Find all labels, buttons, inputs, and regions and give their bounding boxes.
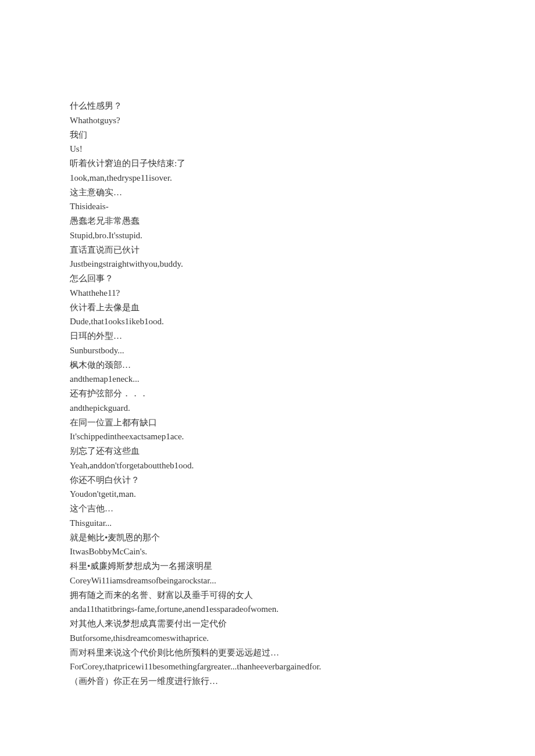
text-line: 日珥的外型… <box>70 329 465 343</box>
text-line: 什么性感男？ <box>70 99 465 113</box>
text-line: Dude,that1ooks1ikeb1ood. <box>70 314 465 329</box>
text-line: 1ook,man,thedryspe11isover. <box>70 171 465 185</box>
text-line: 还有护弦部分．．． <box>70 386 465 401</box>
text-line: Youdon'tgetit,man. <box>70 487 465 501</box>
text-line: 伙计看上去像是血 <box>70 300 465 315</box>
text-line: andthepickguard. <box>70 401 465 415</box>
document-page: 什么性感男？Whathotguys?我们Us!听着伙计窘迫的日子快结束:了1oo… <box>0 0 535 747</box>
text-line: 别忘了还有这些血 <box>70 444 465 458</box>
text-line: 你还不明白伙计？ <box>70 473 465 488</box>
text-line: （画外音）你正在另一维度进行旅行… <box>70 674 465 689</box>
text-line: 而对科里来说这个代价则比他所预料的更要远远超过… <box>70 646 465 660</box>
text-line: ItwasBobbyMcCain's. <box>70 544 465 559</box>
text-line: Yeah,anddon'tforgetabouttheb1ood. <box>70 458 465 473</box>
text-line: 怎么回事？ <box>70 271 465 286</box>
text-line: 我们 <box>70 128 465 142</box>
text-line: Whatthehe11? <box>70 286 465 300</box>
text-line: 这个吉他… <box>70 501 465 516</box>
text-line: andthemap1eneck... <box>70 372 465 386</box>
text-line: 愚蠢老兄非常愚蠢 <box>70 214 465 228</box>
text-line: 就是鲍比•麦凯恩的那个 <box>70 531 465 545</box>
text-line: Stupid,bro.It'sstupid. <box>70 228 465 243</box>
text-body: 什么性感男？Whathotguys?我们Us!听着伙计窘迫的日子快结束:了1oo… <box>70 99 465 689</box>
text-line: CoreyWi11iamsdreamsofbeingarockstar... <box>70 574 465 588</box>
text-line: Thisguitar... <box>70 516 465 531</box>
text-line: Whathotguys? <box>70 113 465 128</box>
text-line: 科里•威廉姆斯梦想成为一名摇滚明星 <box>70 559 465 574</box>
text-line: Thisideais- <box>70 199 465 214</box>
text-line: Us! <box>70 142 465 156</box>
text-line: 直话直说而已伙计 <box>70 243 465 257</box>
text-line: 听着伙计窘迫的日子快结束:了 <box>70 156 465 171</box>
text-line: Justbeingstraightwithyou,buddy. <box>70 257 465 271</box>
text-line: 对其他人来说梦想成真需要付出一定代价 <box>70 617 465 631</box>
text-line: 枫木做的颈部… <box>70 358 465 372</box>
text-line: It'schippedintheexactsamep1ace. <box>70 429 465 444</box>
text-line: ForCorey,thatpricewi11besomethingfargrea… <box>70 660 465 674</box>
text-line: Butforsome,thisdreamcomeswithaprice. <box>70 631 465 646</box>
text-line: 这主意确实… <box>70 185 465 200</box>
text-line: 拥有随之而来的名誉、财富以及垂手可得的女人 <box>70 588 465 603</box>
text-line: Sunburstbody... <box>70 343 465 358</box>
text-line: 在同一位置上都有缺口 <box>70 415 465 430</box>
text-line: anda11thatitbrings-fame,fortune,anend1es… <box>70 602 465 617</box>
